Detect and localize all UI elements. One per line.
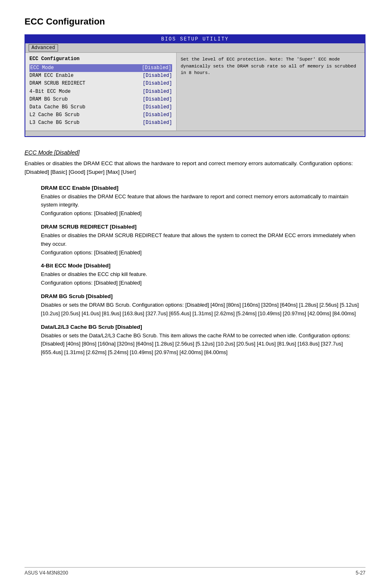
doc-sub-title: DRAM BG Scrub [Disabled] xyxy=(41,293,365,299)
bios-row-label: ECC Mode xyxy=(30,64,142,72)
bios-row-value: [Disabled] xyxy=(143,88,172,96)
doc-ecc-mode-section: ECC Mode [Disabled] Enables or disables … xyxy=(25,149,365,177)
doc-subsection: 4-Bit ECC Mode [Disabled]Enables or disa… xyxy=(41,263,365,287)
doc-sub-para: Enables or disables the DRAM SCRUB REDIR… xyxy=(41,231,365,257)
doc-sub-title: DRAM SCRUB REDIRECT [Disabled] xyxy=(41,224,365,230)
bios-menu-bar: Advanced xyxy=(25,43,365,53)
doc-sub-para: Disables or sets the DRAM BG Scrub. Conf… xyxy=(41,301,365,318)
doc-sub-title: Data/L2/L3 Cache BG Scrub [Disabled] xyxy=(41,324,365,330)
doc-subsection: DRAM ECC Enable [Disabled]Enables or dis… xyxy=(41,185,365,218)
bios-help-panel: Set the level of ECC protection. Note: T… xyxy=(177,53,365,130)
doc-ecc-mode-title: ECC Mode [Disabled] xyxy=(25,149,365,156)
bios-row-label: DRAM SCRUB REDIRECT xyxy=(29,80,143,88)
bios-row: ECC Mode[Disabled] xyxy=(29,64,172,72)
bios-bottom-decoration xyxy=(25,130,365,136)
page-title: ECC Configuration xyxy=(25,16,365,27)
bios-rows: ECC Mode[Disabled] DRAM ECC Enable[Disab… xyxy=(29,64,172,127)
footer-left: ASUS V4-M3N8200 xyxy=(25,570,68,576)
bios-row-label: DRAM ECC Enable xyxy=(29,72,143,80)
doc-subsection: Data/L2/L3 Cache BG Scrub [Disabled]Disa… xyxy=(41,324,365,357)
bios-menu-tab: Advanced xyxy=(29,44,58,52)
bios-row-label: DRAM BG Scrub xyxy=(29,96,143,103)
bios-row-value: [Disabled] xyxy=(143,80,172,88)
page-footer: ASUS V4-M3N8200 5-27 xyxy=(25,567,365,576)
bios-help-text: Set the level of ECC protection. Note: T… xyxy=(181,57,356,75)
bios-row-value: [Disabled] xyxy=(143,72,172,80)
bios-row-value: [Disabled] xyxy=(143,119,172,127)
bios-row: 4-Bit ECC Mode[Disabled] xyxy=(29,88,172,96)
bios-title-bar: BIOS SETUP UTILITY xyxy=(25,35,365,43)
doc-sub-title: 4-Bit ECC Mode [Disabled] xyxy=(41,263,365,269)
doc-ecc-mode-desc: Enables or disables the DRAM ECC that al… xyxy=(25,159,365,177)
bios-row: L3 Cache BG Scrub[Disabled] xyxy=(29,119,172,127)
bios-row-value: [Disabled] xyxy=(143,96,172,103)
doc-subsections: DRAM ECC Enable [Disabled]Enables or dis… xyxy=(25,185,365,357)
bios-row: DRAM SCRUB REDIRECT[Disabled] xyxy=(29,80,172,88)
bios-row: DRAM BG Scrub[Disabled] xyxy=(29,96,172,103)
bios-row: L2 Cache BG Scrub[Disabled] xyxy=(29,111,172,119)
bios-row-value: [Disabled] xyxy=(143,111,172,119)
bios-row-value: [Disabled] xyxy=(142,64,171,72)
doc-sub-para: Enables or disables the ECC chip kill fe… xyxy=(41,270,365,287)
bios-row-label: L3 Cache BG Scrub xyxy=(29,119,143,127)
doc-sub-title: DRAM ECC Enable [Disabled] xyxy=(41,185,365,191)
bios-row-label: 4-Bit ECC Mode xyxy=(29,88,143,96)
doc-subsection: DRAM BG Scrub [Disabled]Disables or sets… xyxy=(41,293,365,318)
bios-section-header: ECC Configuration xyxy=(29,56,172,62)
bios-row-label: L2 Cache BG Scrub xyxy=(29,111,143,119)
doc-sub-para: Enables or disables the DRAM ECC feature… xyxy=(41,193,365,218)
bios-row-value: [Disabled] xyxy=(143,103,172,111)
bios-content-area: ECC Configuration ECC Mode[Disabled] DRA… xyxy=(25,53,365,130)
bios-row: Data Cache BG Scrub[Disabled] xyxy=(29,103,172,111)
doc-sub-para: Disables or sets the Data/L2/L3 Cache BG… xyxy=(41,332,365,357)
bios-screenshot: BIOS SETUP UTILITY Advanced ECC Configur… xyxy=(25,34,365,137)
bios-row: DRAM ECC Enable[Disabled] xyxy=(29,72,172,80)
doc-subsection: DRAM SCRUB REDIRECT [Disabled]Enables or… xyxy=(41,224,365,257)
bios-left-panel: ECC Configuration ECC Mode[Disabled] DRA… xyxy=(25,53,177,130)
footer-right: 5-27 xyxy=(356,570,365,576)
bios-row-label: Data Cache BG Scrub xyxy=(29,103,143,111)
